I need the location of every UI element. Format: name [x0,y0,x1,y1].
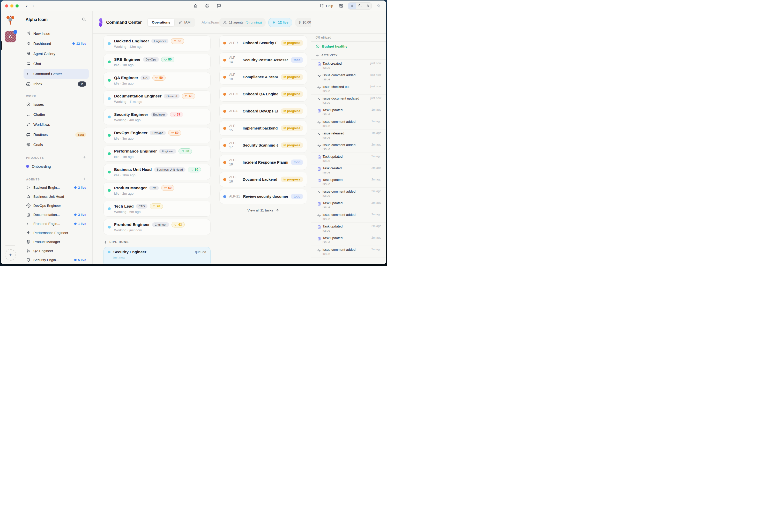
theme-auto-button[interactable] [364,3,371,9]
activity-item[interactable]: issue comment added1m agoissue [311,118,386,130]
sidebar-item-command-center[interactable]: Command Center [24,69,89,79]
activity-item[interactable]: Task updated2m agoissue [311,176,386,188]
agent-card-performance-engineer[interactable]: Performance EngineerEngineer80idle · 1m … [103,146,210,162]
settings-button[interactable] [338,3,344,9]
forward-button[interactable]: › [33,3,34,8]
close-button[interactable] [5,4,8,7]
agent-card-security-engineer[interactable]: Security EngineerEngineer37Working · 4m … [103,109,210,125]
theme-toggle [348,2,372,10]
activity-item[interactable]: issue comment added2m agoissue [311,211,386,223]
chat-button[interactable] [215,3,222,9]
activity-subtitle: issue [322,66,368,70]
agent-card-business-unit-head[interactable]: Business Unit HeadBusiness Unit Head80id… [103,164,210,180]
activity-item[interactable]: Task updated2m agoissue [311,223,386,234]
zoom-button[interactable] [16,4,19,7]
live-count-badge: 3 live [74,213,86,217]
task-id: ALP-6 [229,109,239,113]
task-card-alp-16[interactable]: ALP-16Document backend API endpoint...in… [219,172,307,187]
agents-count-pill[interactable]: 11 agents (5 running) [219,18,266,27]
theme-dark-button[interactable] [356,3,364,9]
task-card-alp-21[interactable]: ALP-21Review security documentationtodo [219,189,307,204]
search-button[interactable] [81,16,87,23]
bug-icon [26,249,31,253]
work-item-chatter[interactable]: Chatter [24,109,89,119]
live-run-security-engineer[interactable]: Security Engineerqueuedjust now [103,247,210,264]
task-card-alp-19[interactable]: ALP-19Incident Response Planning - Phase… [219,155,307,170]
task-card-alp-17[interactable]: ALP-17Security Scanning & Monitoring ...… [219,138,307,153]
sidebar-item-chat[interactable]: Chat [24,59,89,69]
minimize-button[interactable] [10,4,13,7]
agent-card-backend-engineer[interactable]: Backend EngineerEngineer52Working · 13m … [103,35,210,51]
theme-light-button[interactable] [348,3,356,9]
activity-item[interactable]: issue released1m agoissue [311,130,386,141]
item-label: Workflows [33,123,86,127]
work-item-workflows[interactable]: Workflows [24,119,89,130]
agent-item-business-unit-head[interactable]: Business Unit Head [24,192,89,201]
tab-operations[interactable]: Operations [148,19,174,26]
terminal-icon [26,222,31,226]
agent-card-product-manager[interactable]: Product ManagerPM50idle · 2m ago [103,182,210,198]
activity-time: 2m ago [371,224,381,228]
agent-item-devops-engineer[interactable]: DevOps Engineer [24,201,89,210]
activity-item[interactable]: Task updated2m agoissue [311,199,386,211]
agent-item-frontend-engin[interactable]: Frontend Engin...1 live [24,219,89,228]
work-item-routines[interactable]: RoutinesBeta [24,130,89,140]
task-card-alp-14[interactable]: ALP-14Security Posture Assessment - Pha.… [219,52,307,67]
activity-item[interactable]: issue document updatedjust nowissue [311,95,386,106]
tab-iam[interactable]: IAM [174,19,194,26]
sidebar-item-dashboard[interactable]: Dashboard12 live [24,39,89,49]
add-workspace-button[interactable]: + [5,249,16,261]
activity-title: Task updated [322,178,369,182]
agent-item-product-manager[interactable]: Product Manager [24,237,89,246]
task-card-alp-6[interactable]: ALP-6Onboard DevOps Engineerin progress [219,104,307,119]
view-all-tasks-link[interactable]: View all 11 tasks [219,208,307,212]
agent-item-security-engin[interactable]: Security Engin...5 live [24,255,89,264]
agent-card-frontend-engineer[interactable]: Frontend EngineerEngineer63Working · jus… [103,219,210,235]
project-item-onboarding[interactable]: Onboarding [24,161,89,171]
task-card-alp-5[interactable]: ALP-5Onboard QA Engineerin progress [219,87,307,102]
agent-status-text: idle · 2m ago [114,192,206,195]
activity-item[interactable]: Task updated2m agoissue [311,153,386,164]
search-icon [82,17,86,21]
add-project-button[interactable] [82,155,86,160]
terminal-icon [26,72,31,76]
clipboard-icon [315,62,322,70]
activity-item[interactable]: Task createdjust nowissue [311,60,386,71]
activity-item[interactable]: issue comment addedjust nowissue [311,71,386,83]
activity-item[interactable]: Task updated2m agoissue [311,234,386,246]
back-button[interactable]: ‹ [26,3,27,8]
work-item-issues[interactable]: Issues [24,99,89,109]
agent-card-sre-engineer[interactable]: SRE EngineerDevOps80idle · 1m ago [103,54,210,70]
agent-item-qa-engineer[interactable]: QA Engineer [24,246,89,255]
activity-item[interactable]: Task created2m agoissue [311,164,386,176]
sidebar-item-agent-gallery[interactable]: Agent Gallery [24,49,89,59]
git-branch-icon [26,122,31,127]
titlebar-right: Help [319,2,382,10]
agent-item-performance-engineer[interactable]: Performance Engineer [24,228,89,237]
clipboard-icon [315,202,322,209]
sidebar-item-new-issue[interactable]: New Issue [24,28,89,39]
agent-card-documentation-engineer[interactable]: Documentation EngineerGeneral46Working ·… [103,90,210,107]
home-button[interactable] [192,3,199,9]
agent-card-devops-engineer[interactable]: DevOps EngineerDevOps50idle · 3m ago [103,127,210,143]
agent-card-tech-lead[interactable]: Tech LeadCTO76Working · 6m ago [103,201,210,217]
sidebar-item-inbox[interactable]: Inbox2 [24,79,89,89]
agent-item-backend-engin[interactable]: Backend Engin...2 live [24,183,89,192]
task-card-alp-15[interactable]: ALP-15Implement backend API and dat...in… [219,121,307,136]
activity-subtitle: issue [322,78,368,81]
agent-card-qa-engineer[interactable]: QA EngineerQA50idle · 2m ago [103,72,210,88]
compose-button[interactable] [204,3,210,9]
live-runs-pill[interactable]: 12 live [268,18,292,27]
activity-item[interactable]: Task updated1m agoissue [311,106,386,118]
activity-item[interactable]: issue comment added2m agoissue [311,141,386,153]
activity-item[interactable]: issue comment added2m agoissue [311,188,386,199]
help-button[interactable]: Help [319,3,334,9]
activity-item[interactable]: issue comment added2m agoissue [311,246,386,257]
activity-item[interactable]: issue checked outjust nowissue [311,83,386,95]
ai-assist-button[interactable] [375,3,382,9]
add-agent-button[interactable] [82,177,86,181]
task-card-alp-7[interactable]: ALP-7Onboard Security Engineerin progres… [219,35,307,50]
agent-item-documentation[interactable]: Documentation...3 live [24,210,89,219]
task-card-alp-18[interactable]: ALP-18Compliance & Standards Revie...in … [219,70,307,85]
work-item-goals[interactable]: Goals [24,140,89,150]
